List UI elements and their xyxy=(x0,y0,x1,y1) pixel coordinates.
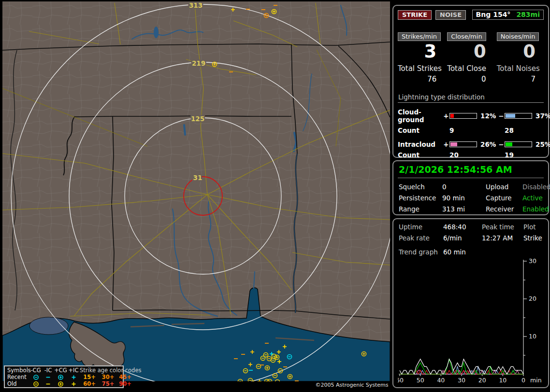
svg-text:20: 20 xyxy=(529,295,536,302)
trend-graph: 1020306050403020100min xyxy=(398,257,544,384)
cg-negative-pct: 37% xyxy=(532,112,550,120)
uptime-label: Uptime xyxy=(399,223,443,231)
trend-graph-value: 60 min xyxy=(443,248,482,256)
map-canvas: 313 219 125 31 xyxy=(2,1,390,381)
noises-per-min-button[interactable]: Noises/min xyxy=(497,32,539,41)
radar-map: 313 219 125 31 xyxy=(2,1,390,381)
strike-symbol xyxy=(58,375,63,379)
bearing-value: Bng 154° xyxy=(476,11,511,18)
distance-value: 283mi xyxy=(516,11,540,18)
ic-negative-count: 19 xyxy=(505,151,532,159)
legend-row-old: Old xyxy=(7,380,29,387)
trend-panel: Uptime 468:40 Peak time Plot Peak rate 6… xyxy=(392,218,549,388)
old-minus-icon xyxy=(42,381,54,387)
legend-symbols-header: Symbols xyxy=(7,367,29,374)
age-code: 90+ xyxy=(117,380,133,387)
recent-minus-icon xyxy=(42,374,54,380)
squelch-value: 0 xyxy=(442,183,486,191)
datetime-display: 2/1/2026 12:54:56 AM xyxy=(398,164,544,178)
cg-count-label: Count xyxy=(398,126,443,134)
range-label: Range xyxy=(399,205,442,213)
capture-status: Active xyxy=(522,194,550,202)
svg-text:10: 10 xyxy=(499,377,507,384)
old-circle-plus-icon xyxy=(54,381,67,387)
svg-text:40: 40 xyxy=(437,377,445,384)
range-ring-label: 125 xyxy=(191,115,204,123)
svg-text:0: 0 xyxy=(521,377,525,384)
receiver-label: Receiver xyxy=(486,205,522,213)
persistence-label: Persistence xyxy=(399,194,442,202)
close-rate: 0 xyxy=(447,42,494,61)
range-ring-label: 313 xyxy=(189,1,203,9)
peak-time-value: 12:27 AM xyxy=(482,234,523,242)
noise-mode-button[interactable]: NOISE xyxy=(435,10,466,20)
ic-count-label: Count xyxy=(398,151,443,159)
total-strikes-value: 76 xyxy=(398,75,445,84)
upload-status: Disabled xyxy=(522,183,550,191)
copyright-notice: ©2005 Astrogenic Systems xyxy=(313,381,391,390)
old-circle-minus-icon xyxy=(29,381,42,387)
receiver-status: Enabled xyxy=(522,205,550,213)
svg-text:10: 10 xyxy=(529,333,536,340)
trend-graph-label: Trend graph xyxy=(399,248,443,256)
ic-positive-count: 20 xyxy=(449,151,477,159)
lightning-distribution: Lightning type distribution Cloud-ground… xyxy=(398,93,544,159)
close-counter: Close/min 0 Total Close 0 xyxy=(447,31,494,84)
squelch-label: Squelch xyxy=(399,183,442,191)
svg-text:60: 60 xyxy=(398,377,404,384)
ic-negative-bar xyxy=(505,141,532,147)
cg-negative-count: 28 xyxy=(505,126,532,134)
strike-symbol xyxy=(72,375,75,379)
legend-col-neg-cg: -CG xyxy=(29,367,42,374)
lake-pontchartrain xyxy=(29,317,68,335)
strike-mode-button[interactable]: STRIKE xyxy=(398,10,432,20)
svg-text:30: 30 xyxy=(529,257,536,265)
legend-age-header: Strike age color codes xyxy=(80,367,133,374)
total-close-label: Total Close xyxy=(447,64,494,73)
legend-col-pos-ic: +IC xyxy=(67,367,80,374)
peak-rate-value: 6/min xyxy=(443,234,482,242)
strike-symbol xyxy=(72,382,75,386)
range-value: 313 mi xyxy=(442,205,486,213)
ic-negative-pct: 25% xyxy=(532,140,550,148)
age-code: 15+ xyxy=(80,374,99,380)
plot-label: Plot xyxy=(523,223,544,231)
svg-text:min: min xyxy=(530,377,542,384)
close-per-min-button[interactable]: Close/min xyxy=(447,32,486,41)
strikes-counter: Strikes/min 3 Total Strikes 76 xyxy=(398,31,445,84)
recent-circle-plus-icon xyxy=(54,374,67,380)
ic-positive-pct: 26% xyxy=(477,140,498,148)
strike-symbol xyxy=(58,381,63,386)
nexstorm-app: { "map": { "ring_labels": ["313", "219",… xyxy=(0,0,550,392)
intracloud-label: Intracloud xyxy=(398,140,443,148)
old-plus-icon xyxy=(67,381,80,387)
svg-text:30: 30 xyxy=(458,377,465,384)
recent-circle-minus-icon xyxy=(29,374,42,380)
age-code: 60+ xyxy=(80,380,99,387)
total-strikes-label: Total Strikes xyxy=(398,64,445,73)
cg-positive-count: 9 xyxy=(449,126,477,134)
total-noises-label: Total Noises xyxy=(497,64,544,73)
total-noises-value: 7 xyxy=(497,75,544,84)
strikes-rate: 3 xyxy=(398,42,445,61)
bearing-display: Bng 154° 283mi xyxy=(472,10,544,20)
cloud-ground-label: Cloud-ground xyxy=(398,108,443,124)
map-legend: Symbols -CG -IC +CG +IC Strike age color… xyxy=(4,365,124,388)
cg-negative-bar xyxy=(505,113,532,119)
svg-text:50: 50 xyxy=(417,377,424,384)
capture-label: Capture xyxy=(486,194,522,202)
peak-rate-label: Peak rate xyxy=(399,234,443,242)
plot-value: Strike xyxy=(523,234,544,242)
strike-symbol xyxy=(33,381,38,386)
strikes-per-min-button[interactable]: Strikes/min xyxy=(398,32,441,41)
noises-rate: 0 xyxy=(497,42,544,61)
recent-plus-icon xyxy=(67,374,80,380)
peak-time-label: Peak time xyxy=(482,223,523,231)
status-panel: 2/1/2026 12:54:56 AM Squelch 0 Upload Di… xyxy=(392,160,549,215)
range-ring-label: 219 xyxy=(192,59,205,67)
legend-col-pos-cg: +CG xyxy=(54,367,67,374)
cg-positive-pct: 12% xyxy=(477,112,498,120)
distribution-header: Lightning type distribution xyxy=(398,93,544,103)
legend-col-neg-ic: -IC xyxy=(42,367,54,374)
age-code: 75+ xyxy=(99,380,117,387)
